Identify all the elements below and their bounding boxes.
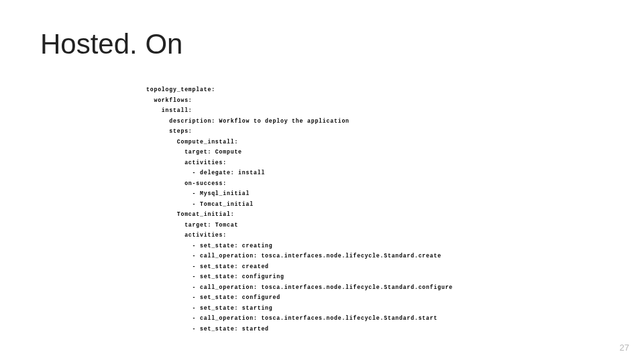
slide: Hosted. On topology_template: workflows:… (0, 0, 644, 362)
code-block: topology_template: workflows: install: d… (146, 84, 453, 334)
page-title: Hosted. On (40, 28, 182, 60)
page-number: 27 (620, 343, 629, 353)
